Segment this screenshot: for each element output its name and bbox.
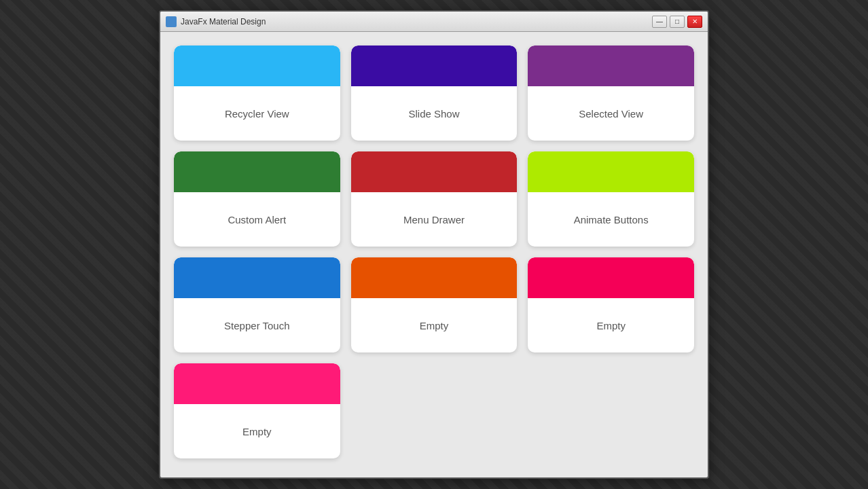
card-grid: Recycler ViewSlide ShowSelected ViewCust…: [174, 46, 694, 458]
card-body-menu-drawer: Menu Drawer: [351, 192, 518, 247]
card-body-empty-1: Empty: [351, 298, 518, 352]
card-header-empty-2: [528, 257, 694, 298]
main-window: JavaFx Material Design — □ ✕ Recycler Vi…: [159, 10, 709, 479]
card-label-empty-1: Empty: [420, 320, 449, 331]
scroll-container[interactable]: Recycler ViewSlide ShowSelected ViewCust…: [160, 32, 708, 477]
card-header-stepper-touch: [174, 257, 340, 298]
card-menu-drawer[interactable]: Menu Drawer: [351, 151, 518, 247]
card-body-recycler-view: Recycler View: [174, 86, 340, 141]
window-controls: — □ ✕: [652, 16, 702, 28]
card-empty-1[interactable]: Empty: [351, 257, 518, 352]
card-header-selected-view: [528, 46, 694, 86]
card-body-empty-3: Empty: [174, 404, 340, 458]
maximize-button[interactable]: □: [670, 16, 685, 28]
close-button[interactable]: ✕: [687, 16, 702, 28]
card-label-slide-show: Slide Show: [408, 108, 459, 120]
content-area: Recycler ViewSlide ShowSelected ViewCust…: [160, 32, 708, 477]
card-label-empty-2: Empty: [596, 320, 626, 331]
card-label-animate-buttons: Animate Buttons: [574, 214, 649, 225]
card-label-menu-drawer: Menu Drawer: [403, 214, 465, 225]
card-header-empty-3: [174, 363, 340, 404]
card-empty-2[interactable]: Empty: [528, 257, 694, 352]
card-body-custom-alert: Custom Alert: [174, 192, 340, 247]
card-header-custom-alert: [174, 151, 340, 192]
card-header-menu-drawer: [351, 151, 518, 192]
card-animate-buttons[interactable]: Animate Buttons: [528, 151, 694, 247]
card-body-empty-2: Empty: [528, 298, 694, 352]
card-empty-3[interactable]: Empty: [174, 363, 340, 458]
window-icon: [166, 16, 177, 27]
card-slide-show[interactable]: Slide Show: [351, 46, 518, 141]
card-label-empty-3: Empty: [242, 426, 272, 437]
card-label-stepper-touch: Stepper Touch: [224, 320, 289, 331]
card-label-custom-alert: Custom Alert: [228, 214, 286, 225]
card-stepper-touch[interactable]: Stepper Touch: [174, 257, 340, 352]
card-body-slide-show: Slide Show: [351, 86, 518, 141]
card-body-selected-view: Selected View: [528, 86, 694, 141]
title-bar: JavaFx Material Design — □ ✕: [160, 12, 708, 32]
card-custom-alert[interactable]: Custom Alert: [174, 151, 340, 247]
card-label-recycler-view: Recycler View: [225, 108, 289, 120]
card-recycler-view[interactable]: Recycler View: [174, 46, 340, 141]
card-header-empty-1: [351, 257, 518, 298]
card-body-animate-buttons: Animate Buttons: [528, 192, 694, 247]
card-selected-view[interactable]: Selected View: [528, 46, 694, 141]
window-title: JavaFx Material Design: [181, 17, 652, 26]
card-header-recycler-view: [174, 46, 340, 86]
card-header-slide-show: [351, 46, 518, 86]
card-label-selected-view: Selected View: [579, 108, 643, 120]
card-header-animate-buttons: [528, 151, 694, 192]
minimize-button[interactable]: —: [652, 16, 667, 28]
card-body-stepper-touch: Stepper Touch: [174, 298, 340, 352]
